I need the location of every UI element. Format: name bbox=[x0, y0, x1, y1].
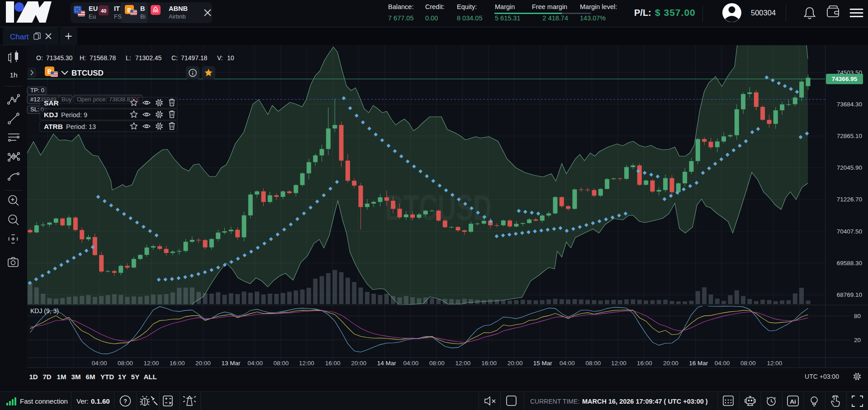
svg-text:04:00: 04:00 bbox=[92, 360, 107, 367]
svg-text:72045.90: 72045.90 bbox=[837, 164, 862, 171]
svg-text:UTC +03:00: UTC +03:00 bbox=[805, 373, 839, 380]
svg-text:MARCH 16, 2026 17:09:47 ( UTC: MARCH 16, 2026 17:09:47 ( UTC +03:00 ) bbox=[582, 398, 708, 405]
svg-text:04:00: 04:00 bbox=[560, 360, 575, 367]
svg-text:7D: 7D bbox=[43, 373, 51, 381]
svg-text:8 034.05: 8 034.05 bbox=[457, 14, 482, 22]
svg-text:80: 80 bbox=[854, 313, 861, 319]
svg-text:2 418.74: 2 418.74 bbox=[543, 14, 568, 22]
svg-text:ALL: ALL bbox=[143, 373, 157, 381]
svg-text:10: 10 bbox=[227, 54, 234, 62]
svg-text:08:00: 08:00 bbox=[740, 360, 756, 367]
svg-text:71345.30: 71345.30 bbox=[46, 54, 73, 62]
svg-text:CURRENT TIME:: CURRENT TIME: bbox=[530, 398, 579, 405]
svg-text:Margin: Margin bbox=[495, 3, 515, 10]
svg-text:1h: 1h bbox=[9, 71, 17, 79]
svg-text:16:00: 16:00 bbox=[637, 360, 652, 367]
svg-text:Chart: Chart bbox=[10, 33, 29, 41]
svg-text:Eu: Eu bbox=[89, 13, 96, 20]
svg-text:04:00: 04:00 bbox=[403, 360, 418, 367]
svg-text:20:00: 20:00 bbox=[663, 360, 678, 367]
svg-text:500304: 500304 bbox=[751, 9, 776, 17]
svg-text:C:: C: bbox=[171, 54, 178, 62]
svg-text:40: 40 bbox=[101, 8, 106, 14]
svg-text:16:00: 16:00 bbox=[170, 360, 185, 367]
svg-text:71302.45: 71302.45 bbox=[135, 54, 162, 62]
svg-text:Ai: Ai bbox=[790, 398, 796, 405]
svg-text:74366.95: 74366.95 bbox=[832, 76, 858, 82]
svg-text:72865.10: 72865.10 bbox=[837, 133, 862, 139]
svg-text:SAR: SAR bbox=[44, 99, 59, 107]
svg-text:Period: 9: Period: 9 bbox=[61, 111, 87, 119]
svg-text:Credit:: Credit: bbox=[425, 3, 445, 10]
svg-text:Equity:: Equity: bbox=[457, 3, 477, 10]
svg-text:5Y: 5Y bbox=[131, 373, 139, 381]
svg-text:ABNB: ABNB bbox=[169, 5, 188, 12]
svg-text:B: B bbox=[140, 5, 145, 12]
svg-text:7 677.05: 7 677.05 bbox=[388, 14, 413, 22]
svg-text:KDJ (9, 3): KDJ (9, 3) bbox=[30, 307, 59, 315]
svg-text:L:: L: bbox=[126, 54, 131, 62]
svg-text:143.07%: 143.07% bbox=[580, 14, 606, 22]
svg-text:H:: H: bbox=[80, 54, 86, 62]
svg-text:ATRB: ATRB bbox=[44, 123, 63, 130]
svg-text:13 Mar: 13 Mar bbox=[221, 360, 241, 367]
svg-text:5 615.31: 5 615.31 bbox=[495, 14, 520, 22]
svg-text:Ver:: Ver: bbox=[76, 397, 89, 405]
svg-text:P/L:: P/L: bbox=[634, 8, 651, 18]
svg-text:Airbnb: Airbnb bbox=[169, 13, 186, 20]
svg-text:V:: V: bbox=[217, 54, 223, 62]
svg-text:KDJ: KDJ bbox=[44, 111, 58, 119]
svg-text:20:00: 20:00 bbox=[195, 360, 211, 367]
svg-text:16:00: 16:00 bbox=[481, 360, 497, 367]
svg-text:EU: EU bbox=[89, 5, 98, 12]
svg-text:69588.30: 69588.30 bbox=[837, 260, 862, 267]
svg-text:Period: 13: Period: 13 bbox=[66, 123, 96, 130]
svg-text:16 Mar: 16 Mar bbox=[689, 360, 708, 367]
svg-text:14 Mar: 14 Mar bbox=[377, 360, 397, 367]
svg-text:70407.50: 70407.50 bbox=[837, 228, 862, 235]
svg-text:$ 357.00: $ 357.00 bbox=[655, 7, 696, 18]
svg-text:Balance:: Balance: bbox=[388, 3, 413, 10]
svg-text:12:00: 12:00 bbox=[455, 360, 471, 367]
svg-text:?: ? bbox=[123, 398, 127, 405]
svg-text:Fast connection: Fast connection bbox=[20, 397, 68, 405]
svg-text:12:00: 12:00 bbox=[767, 360, 782, 367]
svg-text:Margin level:: Margin level: bbox=[580, 3, 617, 10]
svg-text:04:00: 04:00 bbox=[247, 360, 263, 367]
svg-text:TP: 0: TP: 0 bbox=[30, 87, 44, 94]
svg-text:73684.30: 73684.30 bbox=[837, 101, 862, 108]
svg-text:0.1.60: 0.1.60 bbox=[91, 397, 110, 405]
svg-text:08:00: 08:00 bbox=[273, 360, 289, 367]
svg-text:71568.78: 71568.78 bbox=[90, 54, 116, 62]
svg-text:08:00: 08:00 bbox=[429, 360, 445, 367]
svg-text:3M: 3M bbox=[71, 373, 81, 381]
svg-text:Free margin: Free margin bbox=[532, 3, 567, 10]
svg-text:71226.70: 71226.70 bbox=[837, 196, 862, 203]
svg-text:20:00: 20:00 bbox=[351, 360, 366, 367]
svg-text:20: 20 bbox=[854, 337, 861, 343]
svg-text:6M: 6M bbox=[86, 373, 95, 381]
svg-text:FS: FS bbox=[114, 13, 122, 20]
svg-text:1Y: 1Y bbox=[118, 373, 126, 381]
svg-text:20:00: 20:00 bbox=[508, 360, 523, 367]
svg-text:1M: 1M bbox=[57, 373, 66, 381]
svg-text:08:00: 08:00 bbox=[586, 360, 601, 367]
svg-text:12:00: 12:00 bbox=[299, 360, 314, 367]
svg-text:04:00: 04:00 bbox=[715, 360, 730, 367]
svg-text:71497.18: 71497.18 bbox=[181, 54, 208, 62]
svg-text:12:00: 12:00 bbox=[611, 360, 626, 367]
svg-text:68769.10: 68769.10 bbox=[837, 291, 862, 298]
svg-text:12:00: 12:00 bbox=[143, 360, 159, 367]
svg-text:O:: O: bbox=[36, 54, 43, 62]
svg-text:BTCUSD: BTCUSD bbox=[71, 69, 104, 77]
svg-text:Bi: Bi bbox=[140, 13, 146, 20]
svg-text:16:00: 16:00 bbox=[325, 360, 341, 367]
svg-text:1D: 1D bbox=[29, 373, 38, 381]
svg-text:08:00: 08:00 bbox=[118, 360, 133, 367]
svg-text:YTD: YTD bbox=[100, 373, 114, 381]
svg-text:0.00: 0.00 bbox=[425, 14, 438, 22]
svg-text:15 Mar: 15 Mar bbox=[533, 360, 553, 367]
svg-text:IT: IT bbox=[114, 5, 120, 12]
